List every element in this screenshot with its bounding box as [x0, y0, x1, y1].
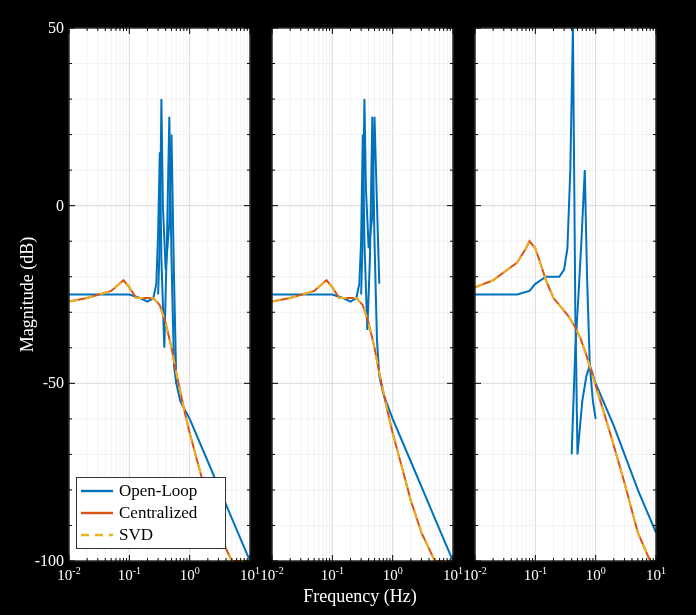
panel-title: High Wind [475, 6, 656, 27]
panel-title: Low Wind [272, 6, 453, 27]
panel-high-wind: High Wind [475, 28, 656, 561]
x-tick-label: 10-2 [57, 565, 80, 584]
panel-low-wind: Low Wind [272, 28, 453, 561]
legend-item: SVD [81, 524, 221, 546]
plot-svg [475, 28, 656, 561]
y-tick-label: -50 [14, 374, 64, 392]
legend-swatch [81, 526, 113, 544]
series-line [475, 241, 656, 561]
legend-swatch [81, 504, 113, 522]
x-tick-label: 10-1 [118, 565, 141, 584]
legend-label: Centralized [119, 503, 197, 523]
x-tick-label: 100 [586, 565, 606, 584]
series-line [475, 28, 656, 533]
x-tick-label: 10-1 [321, 565, 344, 584]
panel-title: Normal Wind [69, 6, 250, 27]
legend-label: SVD [119, 525, 153, 545]
x-tick-label: 100 [383, 565, 403, 584]
series-line [475, 241, 656, 561]
x-tick-label: 10-1 [524, 565, 547, 584]
x-tick-label: 10-2 [260, 565, 283, 584]
figure: Magnitude (dB) Frequency (Hz) -100-50050… [0, 0, 696, 615]
series-line [272, 280, 453, 561]
legend-label: Open-Loop [119, 481, 197, 501]
y-tick-label: 50 [14, 19, 64, 37]
legend-item: Open-Loop [81, 480, 221, 502]
x-tick-label: 101 [240, 565, 260, 584]
series-line [272, 280, 453, 561]
x-axis-label: Frequency (Hz) [250, 586, 470, 607]
x-tick-label: 101 [646, 565, 666, 584]
legend-swatch [81, 482, 113, 500]
legend: Open-LoopCentralizedSVD [76, 477, 226, 549]
legend-item: Centralized [81, 502, 221, 524]
x-tick-label: 10-2 [463, 565, 486, 584]
x-tick-label: 101 [443, 565, 463, 584]
y-axis-label: Magnitude (dB) [18, 28, 38, 561]
y-tick-label: 0 [14, 197, 64, 215]
plot-svg [272, 28, 453, 561]
x-tick-label: 100 [180, 565, 200, 584]
